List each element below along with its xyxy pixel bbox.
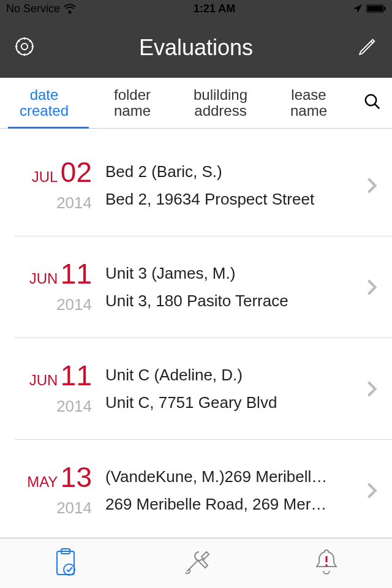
tab-indicator — [8, 127, 89, 129]
list-item[interactable]: MAY 13 2014 (VandeKune, M.)269 Meribell…… — [15, 440, 392, 541]
gear-icon — [13, 35, 36, 61]
date-year: 2014 — [15, 397, 92, 416]
date-month: JUL — [32, 168, 58, 185]
date-year: 2014 — [15, 295, 92, 314]
list-item[interactable]: JUN 11 2014 Unit C (Adeline, D.) Unit C,… — [15, 338, 392, 440]
tabbar-evaluations[interactable] — [0, 538, 130, 588]
compose-button[interactable] — [355, 36, 380, 60]
evaluation-list: JUL 02 2014 Bed 2 (Baric, S.) Bed 2, 196… — [0, 129, 392, 541]
row-title: Unit C (Adeline, D.) — [105, 366, 361, 385]
tab-label: folder — [114, 86, 151, 103]
row-subtitle: Unit C, 7751 Geary Blvd — [105, 393, 361, 412]
svg-point-6 — [366, 95, 377, 106]
svg-point-4 — [21, 43, 28, 49]
list-item[interactable]: JUN 11 2014 Unit 3 (James, M.) Unit 3, 1… — [15, 236, 392, 338]
tab-date-created[interactable]: date created — [0, 81, 88, 126]
row-subtitle: Unit 3, 180 Pasito Terrace — [105, 292, 361, 311]
tab-label: name — [290, 102, 327, 119]
search-icon — [363, 92, 382, 113]
battery-icon — [366, 4, 386, 13]
tab-label: bulilding — [194, 86, 247, 103]
tab-label: created — [20, 102, 69, 119]
tab-label: date — [30, 86, 59, 103]
row-subtitle: Bed 2, 19634 Prospect Street — [105, 190, 361, 209]
search-button[interactable] — [353, 92, 392, 113]
tools-icon — [181, 547, 211, 580]
pencil-icon — [357, 36, 378, 59]
svg-point-10 — [326, 564, 328, 567]
text-column: (VandeKune, M.)269 Meribell… 269 Meribel… — [105, 467, 361, 514]
tab-folder-name[interactable]: folder name — [88, 81, 176, 126]
svg-rect-7 — [57, 551, 74, 575]
svg-rect-2 — [368, 6, 383, 12]
date-day: 11 — [61, 360, 92, 391]
svg-point-0 — [69, 10, 71, 13]
row-title: Bed 2 (Baric, S.) — [105, 162, 361, 181]
text-column: Unit C (Adeline, D.) Unit C, 7751 Geary … — [105, 366, 361, 412]
nav-bar: Evaluations — [0, 17, 392, 78]
row-subtitle: 269 Meribelle Road, 269 Mer… — [105, 495, 361, 514]
row-title: Unit 3 (James, M.) — [105, 264, 361, 283]
tab-bar — [0, 538, 392, 588]
list-item[interactable]: JUL 02 2014 Bed 2 (Baric, S.) Bed 2, 196… — [15, 129, 392, 236]
text-column: Bed 2 (Baric, S.) Bed 2, 19634 Prospect … — [105, 162, 361, 209]
row-title: (VandeKune, M.)269 Meribell… — [105, 467, 361, 486]
tab-lease-name[interactable]: lease name — [265, 81, 353, 126]
chevron-right-icon — [361, 177, 382, 194]
text-column: Unit 3 (James, M.) Unit 3, 180 Pasito Te… — [105, 264, 361, 311]
tab-label: lease — [291, 86, 326, 103]
tabbar-tools[interactable] — [130, 538, 261, 588]
chevron-right-icon — [361, 482, 382, 499]
chevron-right-icon — [361, 380, 382, 398]
location-icon — [353, 4, 363, 13]
date-year: 2014 — [15, 194, 92, 213]
settings-button[interactable] — [12, 36, 37, 60]
date-day: 11 — [61, 258, 92, 290]
date-day: 02 — [61, 156, 92, 188]
chevron-right-icon — [361, 279, 382, 296]
bell-alert-icon — [312, 546, 341, 581]
svg-point-5 — [17, 38, 33, 55]
date-column: JUN 11 2014 — [15, 260, 105, 314]
tab-label: address — [194, 102, 246, 119]
page-title: Evaluations — [37, 35, 355, 61]
svg-point-9 — [64, 564, 75, 575]
tabbar-alerts[interactable] — [262, 538, 392, 588]
wifi-icon — [64, 4, 76, 13]
clock-label: 1:21 AM — [194, 2, 235, 15]
date-column: JUN 11 2014 — [15, 361, 105, 416]
date-month: MAY — [27, 473, 58, 490]
date-month: JUN — [29, 270, 58, 287]
date-column: MAY 13 2014 — [15, 463, 105, 518]
tab-label: name — [114, 102, 151, 119]
date-month: JUN — [29, 372, 58, 388]
date-year: 2014 — [15, 499, 92, 518]
clipboard-check-icon — [52, 546, 79, 581]
svg-rect-3 — [384, 7, 386, 10]
date-day: 13 — [61, 461, 92, 493]
tab-building-address[interactable]: bulilding address — [176, 81, 265, 126]
date-column: JUL 02 2014 — [15, 158, 105, 213]
sort-tabs: date created folder name bulilding addre… — [0, 78, 392, 129]
status-bar: No Service 1:21 AM — [0, 0, 392, 17]
carrier-label: No Service — [6, 2, 60, 15]
